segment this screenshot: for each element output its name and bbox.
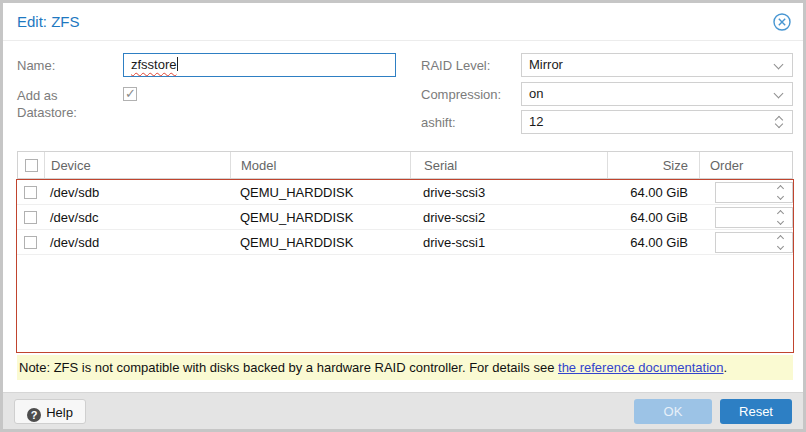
table-row[interactable]: /dev/sdb QEMU_HARDDISK drive-scsi3 64.00… <box>17 180 793 205</box>
spinner-up-icon[interactable] <box>777 184 784 191</box>
serial-cell: drive-scsi3 <box>410 180 607 204</box>
reset-button[interactable]: Reset <box>720 399 792 424</box>
order-spinner[interactable] <box>715 232 793 253</box>
raid-level-label: RAID Level: <box>421 57 490 74</box>
column-header-order[interactable]: Order <box>700 152 792 178</box>
table-row[interactable]: /dev/sdc QEMU_HARDDISK drive-scsi2 64.00… <box>17 205 793 230</box>
device-table-body: /dev/sdb QEMU_HARDDISK drive-scsi3 64.00… <box>16 179 794 353</box>
spinner-down-icon[interactable] <box>777 217 784 224</box>
order-spinner[interactable] <box>715 182 793 203</box>
compression-select[interactable]: on <box>521 82 793 106</box>
add-datastore-checkbox[interactable] <box>123 87 137 101</box>
row-checkbox[interactable] <box>24 211 37 224</box>
name-input[interactable]: zfsstore <box>123 53 396 77</box>
order-cell <box>699 180 793 204</box>
device-cell: /dev/sdd <box>44 230 230 254</box>
dialog-header: Edit: ZFS <box>3 3 803 41</box>
size-cell: 64.00 GiB <box>607 230 699 254</box>
help-button[interactable]: ?Help <box>14 399 86 424</box>
row-checkbox[interactable] <box>24 236 37 249</box>
question-icon: ? <box>27 408 41 422</box>
reference-documentation-link[interactable]: the reference documentation <box>558 360 724 375</box>
compression-value: on <box>529 86 543 101</box>
device-cell: /dev/sdb <box>44 180 230 204</box>
model-cell: QEMU_HARDDISK <box>230 180 410 204</box>
order-cell <box>699 205 793 229</box>
note-text: Note: ZFS is not compatible with disks b… <box>19 360 558 375</box>
spinner-down-icon[interactable] <box>777 242 784 249</box>
chevron-down-icon <box>774 60 784 70</box>
device-table-header: Device Model Serial Size Order <box>17 151 793 179</box>
ashift-label: ashift: <box>421 114 456 131</box>
zfs-note: Note: ZFS is not compatible with disks b… <box>17 355 793 380</box>
column-header-model[interactable]: Model <box>231 152 411 178</box>
ashift-value: 12 <box>529 114 543 129</box>
select-all-cell <box>18 152 45 178</box>
raid-level-value: Mirror <box>529 57 563 72</box>
model-cell: QEMU_HARDDISK <box>230 205 410 229</box>
select-all-checkbox[interactable] <box>25 159 38 172</box>
close-icon[interactable] <box>773 13 791 31</box>
spinner-up-icon[interactable] <box>777 234 784 241</box>
model-cell: QEMU_HARDDISK <box>230 230 410 254</box>
table-row[interactable]: /dev/sdd QEMU_HARDDISK drive-scsi1 64.00… <box>17 230 793 255</box>
help-button-label: Help <box>46 405 73 420</box>
size-cell: 64.00 GiB <box>607 180 699 204</box>
column-header-serial[interactable]: Serial <box>411 152 608 178</box>
device-cell: /dev/sdc <box>44 205 230 229</box>
ashift-spinner[interactable]: 12 <box>521 110 793 134</box>
name-input-value: zfsstore <box>131 57 177 72</box>
ok-button[interactable]: OK <box>634 399 712 424</box>
note-text-end: . <box>724 360 728 375</box>
serial-cell: drive-scsi2 <box>410 205 607 229</box>
name-label: Name: <box>17 57 55 74</box>
text-caret <box>177 57 178 71</box>
add-datastore-label: Add as Datastore: <box>17 87 107 121</box>
order-cell <box>699 230 793 254</box>
raid-level-select[interactable]: Mirror <box>521 53 793 77</box>
serial-cell: drive-scsi1 <box>410 230 607 254</box>
spinner-up-icon[interactable] <box>777 209 784 216</box>
size-cell: 64.00 GiB <box>607 205 699 229</box>
chevron-down-icon <box>774 89 784 99</box>
order-spinner[interactable] <box>715 207 793 228</box>
column-header-size[interactable]: Size <box>608 152 700 178</box>
column-header-device[interactable]: Device <box>45 152 231 178</box>
row-checkbox[interactable] <box>24 186 37 199</box>
compression-label: Compression: <box>421 86 501 103</box>
dialog-footer: ?Help OK Reset <box>3 392 803 429</box>
spinner-down-icon[interactable] <box>777 192 784 199</box>
dialog-title: Edit: ZFS <box>17 13 80 30</box>
edit-zfs-dialog: Edit: ZFS Name: zfsstore Add as Datastor… <box>0 0 806 432</box>
